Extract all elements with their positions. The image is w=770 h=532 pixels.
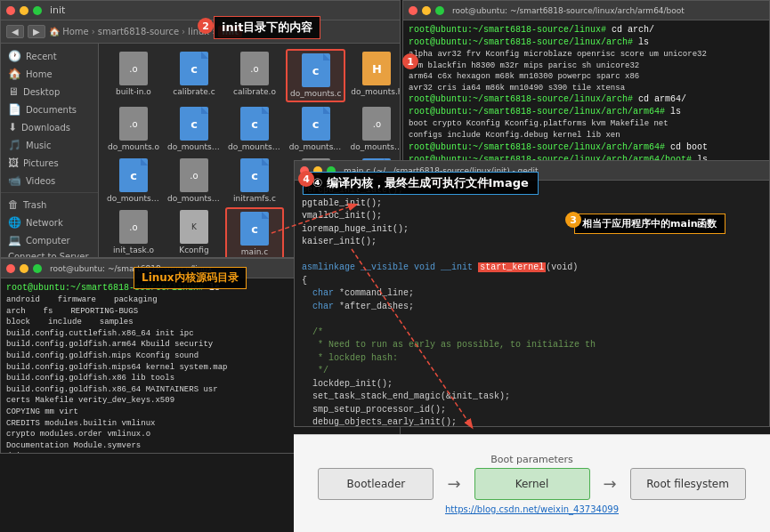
sidebar-item-recent[interactable]: 🕐 Recent <box>1 47 98 65</box>
terminal-arch-title: root@ubuntu: ~/smart6818-source/linux/ar… <box>452 6 685 15</box>
rootfs-box: Root filesystem <box>630 468 746 500</box>
annotation-compile-image: ④ 编译内核，最终生成可执行文件Image <box>303 172 539 195</box>
close-button[interactable] <box>6 264 15 273</box>
minimize-button[interactable] <box>20 6 28 15</box>
file-icon-c: c <box>240 107 269 141</box>
file-icon-o: .o <box>240 52 269 85</box>
file-item[interactable]: .o calibrate.o <box>225 49 284 102</box>
home-icon: 🏠 <box>8 68 21 80</box>
close-button[interactable] <box>409 6 417 15</box>
file-item[interactable]: c do_mounts_md.c <box>104 156 163 206</box>
videos-icon: 📹 <box>8 174 21 187</box>
file-icon-o: .o <box>119 52 148 85</box>
file-icon-text: K <box>180 210 208 244</box>
sidebar-item-server[interactable]: Connect to Server <box>1 249 98 257</box>
desktop-icon: 🖥 <box>8 85 19 98</box>
minimize-button[interactable] <box>20 264 28 273</box>
sidebar-item-desktop[interactable]: 🖥 Desktop <box>1 83 98 101</box>
kernel-box: Kernel <box>474 468 590 500</box>
boot-boxes: Bootleader → Kernel → Root filesystem <box>318 468 745 500</box>
file-item-do-mounts[interactable]: c do_mounts.c <box>286 49 345 102</box>
music-icon: 🎵 <box>8 139 21 151</box>
file-item[interactable]: c do_mounts_initrd.c <box>286 104 345 154</box>
sidebar-item-downloads[interactable]: ⬇ Downloads <box>1 118 98 136</box>
badge-4: 4 <box>298 171 314 187</box>
file-icon-c: c <box>240 212 269 246</box>
boot-params-label: Boot parameters <box>490 454 573 465</box>
downloads-icon: ⬇ <box>8 121 17 133</box>
gedit-window: main.c (~/.../smart6818-source/linux/ini… <box>294 160 770 427</box>
blog-url[interactable]: https://blog.csdn.net/weixin_43734099 <box>445 504 619 514</box>
file-item[interactable]: .o do_mounts_rd.o <box>165 156 223 206</box>
sidebar-item-music[interactable]: 🎵 Music <box>1 136 98 154</box>
file-item[interactable]: c do_mounts_dm... <box>225 104 284 154</box>
file-icon-c: c <box>240 158 269 192</box>
minimize-button[interactable] <box>422 6 431 15</box>
maximize-button[interactable] <box>33 264 42 273</box>
file-icon-c: c <box>302 107 330 141</box>
file-icon-c: c <box>119 158 148 192</box>
file-icon-h: H <box>362 52 391 85</box>
recent-icon: 🕐 <box>8 50 21 62</box>
sidebar: 🕐 Recent 🏠 Home 🖥 Desktop 📄 Documents ⬇ … <box>1 44 99 257</box>
arrow-right-icon: → <box>447 474 460 493</box>
annotation-main-func: 相当于应用程序中的main函数 <box>574 214 725 234</box>
file-item[interactable]: .o do_mounts.o <box>104 104 163 154</box>
file-icon-c: c <box>180 107 208 141</box>
sidebar-item-trash[interactable]: 🗑 Trash <box>1 196 98 214</box>
file-item[interactable]: .o built-in.o <box>104 49 163 102</box>
badge-1: 1 <box>402 53 418 69</box>
computer-icon: 💻 <box>8 234 21 246</box>
badge-2: 2 <box>198 18 214 34</box>
forward-button[interactable]: ▶ <box>28 25 45 38</box>
terminal-arch-titlebar: root@ubuntu: ~/smart6818-source/linux/ar… <box>403 1 769 20</box>
sidebar-item-videos[interactable]: 📹 Videos <box>1 172 98 189</box>
breadcrumb-home[interactable]: 🏠 Home <box>49 27 89 36</box>
sidebar-item-home[interactable]: 🏠 Home <box>1 65 98 83</box>
start-kernel-highlight: start_kernel <box>478 262 546 272</box>
documents-icon: 📄 <box>8 103 21 116</box>
boot-diagram: Boot parameters Bootleader → Kernel → Ro… <box>294 434 770 532</box>
arrow-right-icon-2: → <box>604 474 617 493</box>
maximize-button[interactable] <box>33 6 42 15</box>
file-icon-c: c <box>180 52 208 85</box>
file-icon-o: .o <box>362 107 391 141</box>
file-icon-c: c <box>302 53 330 87</box>
file-item[interactable]: c initramfs.c <box>225 156 284 206</box>
badge-3: 3 <box>565 212 581 228</box>
file-icon-o: .o <box>180 158 208 192</box>
file-item[interactable]: .o do_mounts_initrd.. <box>347 104 400 154</box>
file-icon-o: .o <box>119 210 148 244</box>
window-title: init <box>50 4 65 16</box>
file-item-main-c[interactable]: c main.c <box>225 207 284 257</box>
file-item[interactable]: K Kconfig <box>165 207 223 257</box>
sidebar-item-computer[interactable]: 💻 Computer <box>1 231 98 249</box>
close-button[interactable] <box>6 6 15 15</box>
file-item[interactable]: c calibrate.c <box>165 49 223 102</box>
file-item[interactable]: H do_mounts.h <box>347 49 400 102</box>
breadcrumb-source[interactable]: smart6818-source <box>98 27 179 36</box>
annotation-linux-source: Linux内核源码目录 <box>134 267 247 289</box>
file-item[interactable]: c do_mounts_dm.c <box>165 104 223 154</box>
network-icon: 🌐 <box>8 216 21 229</box>
file-icon-o: .o <box>119 107 148 141</box>
bootloader-box: Bootleader <box>318 468 434 500</box>
sidebar-item-network[interactable]: 🌐 Network <box>1 214 98 231</box>
pictures-icon: 🖼 <box>8 157 19 169</box>
sidebar-item-documents[interactable]: 📄 Documents <box>1 101 98 118</box>
file-item[interactable]: .o init_task.o <box>104 207 163 257</box>
annotation-init-content: init目录下的内容 <box>214 16 320 39</box>
trash-icon: 🗑 <box>8 198 19 211</box>
back-button[interactable]: ◀ <box>6 25 24 38</box>
maximize-button[interactable] <box>435 6 444 15</box>
sidebar-item-pictures[interactable]: 🖼 Pictures <box>1 154 98 172</box>
